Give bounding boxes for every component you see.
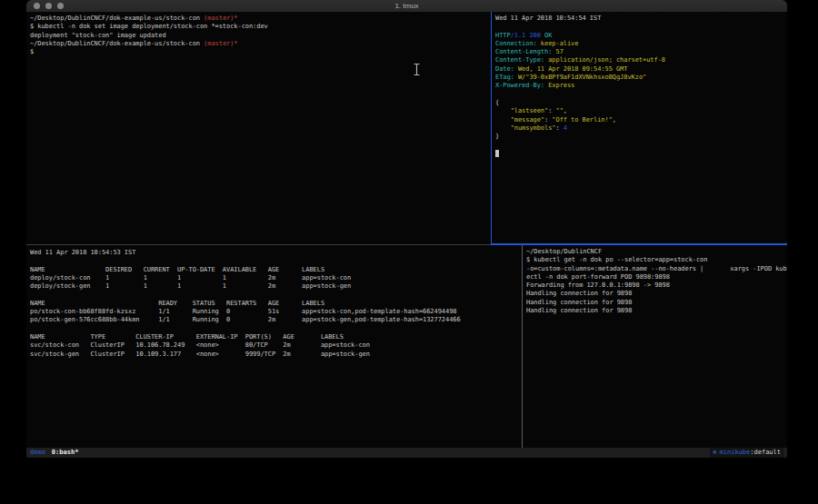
terminal-line: "numsymbols": 4 [495,124,787,133]
window-titlebar[interactable]: 1. tmux [26,0,787,12]
window-tab-bash[interactable]: 0:bash* [52,448,79,458]
terminal-line: -o=custom-columns=:metadata.name --no-he… [526,265,787,273]
pane-divider-vertical-bottom[interactable] [522,245,524,448]
terminal-line [495,141,787,149]
terminal-line: NAME DESIRED CURRENT UP-TO-DATE AVAILABL… [30,266,520,274]
terminal-line [30,325,520,333]
terminal-line [495,91,787,99]
session-name: demo [30,448,45,458]
terminal-line: ~/Desktop/DublinCNCF [526,248,787,256]
terminal-line: X-Powered-By: Express [495,82,787,90]
terminal-line [30,291,520,299]
terminal-line: Wed 11 Apr 2018 10:54:53 IST [30,249,520,257]
terminal-line: Date: Wed, 11 Apr 2018 09:54:55 GMT [495,65,787,74]
terminal-line: deploy/stock-gen 1 1 1 1 2m app=stock-ge… [30,282,520,291]
terminal-line: NAME READY STATUS RESTARTS AGE LABELS [30,300,520,308]
pane-http-response[interactable]: Wed 11 Apr 2018 10:54:54 ISTHTTP/1.1 200… [493,12,787,243]
terminal-line: $ [30,48,490,56]
terminal-line: "message": "Off to Berlin!", [495,116,787,124]
terminal-line: Content-Length: 57 [495,48,787,56]
terminal-line: ~/Desktop/DublinCNCF/dok-example-us/stoc… [30,40,490,48]
terminal-line [495,23,787,31]
pane-port-forward[interactable]: ~/Desktop/DublinCNCF$ kubectl get -n dok… [524,245,787,448]
terminal-line: "lastseen": "", [495,107,787,115]
terminal-line: $ kubectl get -n dok po --selector=app=s… [526,256,787,264]
pane-shell-set-image[interactable]: ~/Desktop/DublinCNCF/dok-example-us/stoc… [26,12,490,243]
window-title: 1. tmux [26,0,787,12]
terminal-line: po/stock-con-bb68f88fd-kzsxz 1/1 Running… [30,308,520,316]
tmux-terminal: ~/Desktop/DublinCNCF/dok-example-us/stoc… [26,12,787,448]
terminal-line: NAME TYPE CLUSTER-IP EXTERNAL-IP PORT(S)… [30,333,520,341]
terminal-line: Content-Type: application/json; charset=… [495,56,787,64]
pane-divider-horizontal-active[interactable] [491,243,787,245]
terminal-line [495,150,787,158]
pane-divider-vertical-active[interactable] [491,12,493,244]
terminal-line: svc/stock-con ClusterIP 10.106.78.249 <n… [30,341,520,350]
terminal-line: ETag: W/"39-0xBPf9aF1dXVNkhsxoBQgJ8vKzo" [495,74,787,82]
terminal-line: Connection: keep-alive [495,40,787,48]
terminal-line: Handling connection for 9898 [526,299,787,307]
desktop: 1. tmux ~/Desktop/DublinCNCF/dok-example… [0,0,818,504]
terminal-line: { [495,99,787,107]
terminal-line: $ kubectl -n dok set image deployment/st… [30,23,490,31]
terminal-line: svc/stock-gen ClusterIP 10.109.3.177 <no… [30,351,520,359]
kube-namespace: :default [750,448,781,458]
status-right: ⊛ minikube :default [710,448,783,458]
terminal-line: } [495,133,787,141]
terminal-line: ectl -n dok port-forward POD 9898:9898 [526,273,787,282]
text-ibeam-cursor-icon [414,64,420,75]
tmux-status-bar: demo 0:bash* ⊛ minikube :default [26,448,787,458]
terminal-line: deployment "stock-con" image updated [30,32,490,40]
terminal-line: Handling connection for 9898 [526,307,787,315]
kube-context: minikube [720,448,751,458]
pane-divider-horizontal-left[interactable] [26,244,491,246]
terminal-line: Forwarding from 127.0.0.1:9898 -> 9898 [526,282,787,290]
pane-kubectl-get[interactable]: Wed 11 Apr 2018 10:54:53 ISTNAME DESIRED… [26,245,520,448]
kubernetes-icon: ⊛ [713,448,716,458]
terminal-line: Wed 11 Apr 2018 10:54:54 IST [495,15,787,23]
terminal-line: ~/Desktop/DublinCNCF/dok-example-us/stoc… [30,15,490,23]
terminal-line: Handling connection for 9898 [526,290,787,298]
terminal-line: po/stock-gen-576cc688bb-44kmn 1/1 Runnin… [30,316,520,324]
terminal-line: HTTP/1.1 200 OK [495,32,787,40]
terminal-line [30,257,520,265]
terminal-window: 1. tmux ~/Desktop/DublinCNCF/dok-example… [26,0,787,458]
terminal-line: deploy/stock-con 1 1 1 1 2m app=stock-co… [30,274,520,282]
